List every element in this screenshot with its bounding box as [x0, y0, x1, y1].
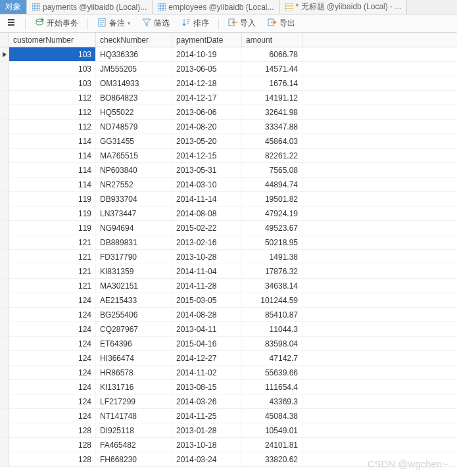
cell-paymentdate[interactable]: 2014-03-26 [172, 394, 242, 408]
cell-amount[interactable]: 14571.44 [242, 62, 302, 76]
row-gutter[interactable] [0, 206, 9, 220]
cell-customernumber[interactable]: 103 [9, 47, 96, 61]
row-gutter[interactable] [0, 192, 9, 206]
row-gutter[interactable] [0, 366, 9, 379]
cell-paymentdate[interactable]: 2014-03-24 [172, 452, 242, 466]
table-row[interactable]: 121DB8898312013-02-1650218.95 [0, 235, 457, 250]
cell-checknumber[interactable]: NG94694 [96, 221, 172, 235]
cell-paymentdate[interactable]: 2015-04-16 [172, 337, 242, 350]
cell-checknumber[interactable]: FD317790 [96, 250, 172, 264]
memo-button[interactable]: 备注 ▾ [95, 16, 133, 30]
table-row[interactable]: 114MA7655152014-12-1582261.22 [0, 149, 457, 163]
table-row[interactable]: 124ET643962015-04-1683598.04 [0, 337, 457, 351]
cell-customernumber[interactable]: 128 [9, 452, 96, 466]
table-row[interactable]: 119LN3734472014-08-0847924.19 [0, 206, 457, 221]
cell-amount[interactable]: 11044.3 [242, 322, 302, 336]
menu-button[interactable] [4, 16, 18, 30]
cell-paymentdate[interactable]: 2014-11-04 [172, 264, 242, 278]
cell-checknumber[interactable]: HQ55022 [96, 105, 172, 119]
filter-button[interactable]: 筛选 [139, 16, 172, 30]
cell-checknumber[interactable]: ET64396 [96, 337, 172, 350]
begin-transaction-button[interactable]: 开始事务 [32, 16, 81, 30]
cell-checknumber[interactable]: LF217299 [96, 394, 172, 408]
row-gutter[interactable] [0, 134, 9, 148]
cell-paymentdate[interactable]: 2014-12-18 [172, 76, 242, 90]
table-row[interactable]: 128FA4654822013-10-1824101.81 [0, 438, 457, 452]
cell-customernumber[interactable]: 124 [9, 337, 96, 350]
table-row[interactable]: 121FD3177902013-10-281491.38 [0, 250, 457, 264]
cell-paymentdate[interactable]: 2014-11-02 [172, 366, 242, 379]
cell-amount[interactable]: 82261.22 [242, 149, 302, 162]
cell-checknumber[interactable]: MA302151 [96, 279, 172, 293]
cell-checknumber[interactable]: GG31455 [96, 134, 172, 148]
cell-paymentdate[interactable]: 2014-08-20 [172, 120, 242, 133]
cell-customernumber[interactable]: 103 [9, 62, 96, 76]
row-gutter[interactable] [0, 250, 9, 264]
table-row[interactable]: 124KI1317162013-08-15111654.4 [0, 380, 457, 394]
row-gutter[interactable] [0, 380, 9, 394]
row-gutter[interactable] [0, 120, 9, 133]
tab-employees[interactable]: employees @yiibaidb (Local... [153, 0, 279, 14]
row-gutter[interactable] [0, 91, 9, 105]
cell-checknumber[interactable]: HI366474 [96, 351, 172, 365]
cell-checknumber[interactable]: KI831359 [96, 264, 172, 278]
cell-checknumber[interactable]: HR86578 [96, 366, 172, 379]
cell-paymentdate[interactable]: 2013-01-28 [172, 423, 242, 437]
table-row[interactable]: 112HQ550222013-06-0632641.98 [0, 105, 457, 120]
cell-paymentdate[interactable]: 2014-11-14 [172, 192, 242, 206]
cell-amount[interactable]: 17876.32 [242, 264, 302, 278]
import-button[interactable]: 导入 [226, 16, 258, 30]
cell-amount[interactable]: 43369.3 [242, 394, 302, 408]
cell-paymentdate[interactable]: 2014-12-15 [172, 149, 242, 162]
row-gutter[interactable] [0, 452, 9, 466]
table-row[interactable]: 103OM3149332014-12-181676.14 [0, 76, 457, 91]
table-row[interactable]: 103JM5552052013-06-0514571.44 [0, 62, 457, 76]
table-row[interactable]: 119DB9337042014-11-1419501.82 [0, 192, 457, 206]
cell-amount[interactable]: 32641.98 [242, 105, 302, 119]
cell-checknumber[interactable]: LN373447 [96, 206, 172, 220]
cell-checknumber[interactable]: FA465482 [96, 438, 172, 452]
row-gutter[interactable] [0, 221, 9, 235]
cell-paymentdate[interactable]: 2014-10-19 [172, 47, 242, 61]
cell-customernumber[interactable]: 112 [9, 120, 96, 133]
table-row[interactable]: 124NT1417482014-11-2545084.38 [0, 409, 457, 423]
cell-customernumber[interactable]: 114 [9, 134, 96, 148]
cell-customernumber[interactable]: 124 [9, 380, 96, 394]
row-gutter[interactable] [0, 394, 9, 408]
column-header-checknumber[interactable]: checkNumber [96, 33, 172, 47]
cell-paymentdate[interactable]: 2013-10-18 [172, 438, 242, 452]
row-gutter[interactable] [0, 409, 9, 423]
cell-paymentdate[interactable]: 2015-03-05 [172, 293, 242, 307]
cell-paymentdate[interactable]: 2013-06-06 [172, 105, 242, 119]
row-gutter[interactable] [0, 149, 9, 162]
table-row[interactable]: 128DI9251182013-01-2810549.01 [0, 423, 457, 438]
cell-paymentdate[interactable]: 2013-06-05 [172, 62, 242, 76]
column-header-amount[interactable]: amount [242, 33, 302, 47]
cell-amount[interactable]: 111654.4 [242, 380, 302, 394]
cell-customernumber[interactable]: 124 [9, 351, 96, 365]
table-row[interactable]: 114NR275522014-03-1044894.74 [0, 178, 457, 192]
cell-checknumber[interactable]: NP603840 [96, 163, 172, 177]
row-gutter[interactable] [0, 293, 9, 307]
cell-checknumber[interactable]: JM555205 [96, 62, 172, 76]
cell-paymentdate[interactable]: 2013-02-16 [172, 235, 242, 249]
table-row[interactable]: 121MA3021512014-11-2834638.14 [0, 279, 457, 293]
cell-customernumber[interactable]: 121 [9, 235, 96, 249]
row-gutter[interactable] [0, 178, 9, 191]
cell-checknumber[interactable]: AE215433 [96, 293, 172, 307]
cell-customernumber[interactable]: 112 [9, 105, 96, 119]
cell-checknumber[interactable]: HQ336336 [96, 47, 172, 61]
cell-amount[interactable]: 83598.04 [242, 337, 302, 350]
cell-amount[interactable]: 49523.67 [242, 221, 302, 235]
row-gutter[interactable] [0, 62, 9, 76]
cell-checknumber[interactable]: OM314933 [96, 76, 172, 90]
cell-paymentdate[interactable]: 2014-11-28 [172, 279, 242, 293]
cell-amount[interactable]: 33820.62 [242, 452, 302, 466]
row-gutter[interactable] [0, 438, 9, 452]
table-row[interactable]: 124BG2554062014-08-2885410.87 [0, 308, 457, 322]
row-gutter[interactable] [0, 105, 9, 119]
table-row[interactable]: 124LF2172992014-03-2643369.3 [0, 394, 457, 409]
cell-checknumber[interactable]: BO864823 [96, 91, 172, 105]
cell-customernumber[interactable]: 124 [9, 394, 96, 408]
cell-paymentdate[interactable]: 2013-08-15 [172, 380, 242, 394]
